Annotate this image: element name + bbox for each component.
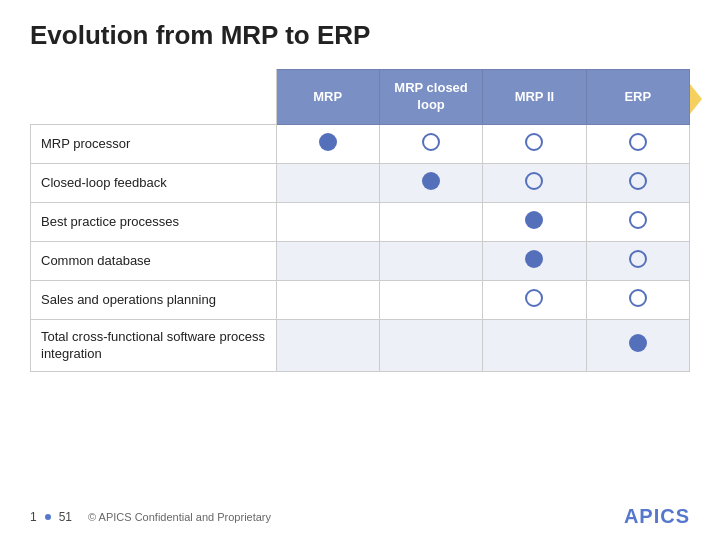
footer-copyright: © APICS Confidential and Proprietary bbox=[88, 511, 271, 523]
row-label: Sales and operations planning bbox=[31, 280, 277, 319]
row-label: Closed-loop feedback bbox=[31, 163, 277, 202]
header-label-cell bbox=[31, 70, 277, 125]
dot-cell bbox=[483, 280, 586, 319]
outline-dot-icon bbox=[629, 289, 647, 307]
filled-dot-icon bbox=[525, 250, 543, 268]
outline-dot-icon bbox=[629, 250, 647, 268]
table-row: Sales and operations planning bbox=[31, 280, 690, 319]
header-mrp: MRP bbox=[276, 70, 379, 125]
filled-dot-icon bbox=[422, 172, 440, 190]
filled-dot-icon bbox=[629, 334, 647, 352]
dot-cell bbox=[276, 280, 379, 319]
table-row: Closed-loop feedback bbox=[31, 163, 690, 202]
outline-dot-icon bbox=[629, 211, 647, 229]
row-label: Total cross-functional software process … bbox=[31, 319, 277, 371]
table-row: MRP processor bbox=[31, 124, 690, 163]
dot-cell bbox=[586, 241, 689, 280]
page-total: 51 bbox=[59, 510, 72, 524]
dot-cell bbox=[379, 280, 482, 319]
dot-cell bbox=[586, 163, 689, 202]
apics-logo: APICS bbox=[624, 505, 690, 528]
filled-dot-icon bbox=[525, 211, 543, 229]
dot-cell bbox=[586, 124, 689, 163]
header-erp: ERP bbox=[586, 70, 689, 125]
table-wrapper: MRP MRP closed loop MRP II ERP MRP proce… bbox=[30, 69, 690, 372]
row-label: MRP processor bbox=[31, 124, 277, 163]
footer-bullet-icon bbox=[45, 514, 51, 520]
dot-cell bbox=[483, 163, 586, 202]
outline-dot-icon bbox=[629, 172, 647, 190]
table-row: Total cross-functional software process … bbox=[31, 319, 690, 371]
dot-cell bbox=[483, 202, 586, 241]
dot-cell bbox=[379, 319, 482, 371]
dot-cell bbox=[586, 202, 689, 241]
outline-dot-icon bbox=[525, 289, 543, 307]
dot-cell bbox=[379, 163, 482, 202]
dot-cell bbox=[276, 241, 379, 280]
header-row: MRP MRP closed loop MRP II ERP bbox=[31, 70, 690, 125]
header-mrp2: MRP II bbox=[483, 70, 586, 125]
table-body: MRP processorClosed-loop feedbackBest pr… bbox=[31, 124, 690, 371]
dot-cell bbox=[276, 319, 379, 371]
outline-dot-icon bbox=[422, 133, 440, 151]
row-label: Common database bbox=[31, 241, 277, 280]
dot-cell bbox=[276, 163, 379, 202]
outline-dot-icon bbox=[525, 172, 543, 190]
dot-cell bbox=[379, 202, 482, 241]
page: Evolution from MRP to ERP MRP bbox=[0, 0, 720, 540]
table-row: Common database bbox=[31, 241, 690, 280]
main-table: MRP MRP closed loop MRP II ERP MRP proce… bbox=[30, 69, 690, 372]
row-label: Best practice processes bbox=[31, 202, 277, 241]
dot-cell bbox=[586, 319, 689, 371]
outline-dot-icon bbox=[525, 133, 543, 151]
filled-dot-icon bbox=[319, 133, 337, 151]
dot-cell bbox=[483, 319, 586, 371]
page-title: Evolution from MRP to ERP bbox=[30, 20, 690, 51]
dot-cell bbox=[483, 124, 586, 163]
header-closed-loop: MRP closed loop bbox=[379, 70, 482, 125]
dot-cell bbox=[586, 280, 689, 319]
table-row: Best practice processes bbox=[31, 202, 690, 241]
footer: 1 51 © APICS Confidential and Proprietar… bbox=[30, 505, 690, 528]
page-number: 1 bbox=[30, 510, 37, 524]
dot-cell bbox=[379, 124, 482, 163]
footer-left: 1 51 © APICS Confidential and Proprietar… bbox=[30, 510, 271, 524]
dot-cell bbox=[276, 124, 379, 163]
dot-cell bbox=[276, 202, 379, 241]
outline-dot-icon bbox=[629, 133, 647, 151]
dot-cell bbox=[379, 241, 482, 280]
dot-cell bbox=[483, 241, 586, 280]
